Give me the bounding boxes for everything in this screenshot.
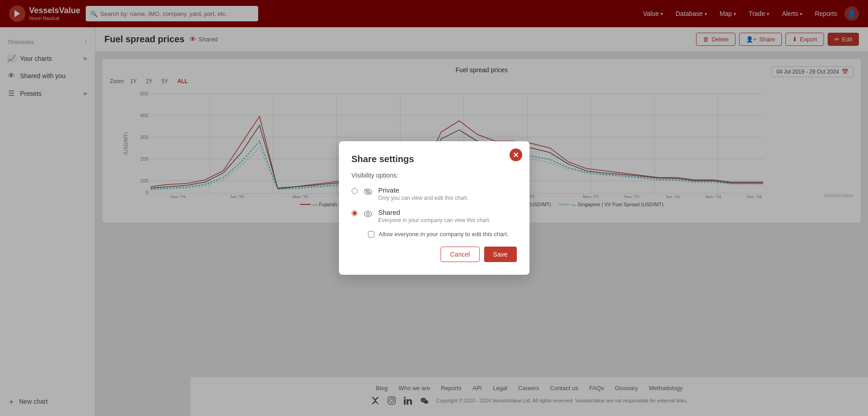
shared-radio[interactable] <box>352 210 358 216</box>
svg-point-45 <box>367 213 369 215</box>
shared-label-modal: Shared <box>378 208 490 216</box>
allow-edit-label: Allow everyone in your company to edit t… <box>379 231 509 238</box>
share-settings-modal: Share settings ✕ Visibility options: Pri… <box>339 141 530 275</box>
svg-point-44 <box>364 211 372 217</box>
private-option[interactable]: Private Only you can view and edit this … <box>352 186 517 201</box>
modal-actions: Cancel Save <box>352 247 517 262</box>
private-option-text: Private Only you can view and edit this … <box>378 186 469 201</box>
private-radio[interactable] <box>352 188 358 194</box>
modal-overlay: Share settings ✕ Visibility options: Pri… <box>0 0 868 416</box>
private-label: Private <box>378 186 469 194</box>
eye-slash-icon <box>363 187 373 198</box>
cancel-button[interactable]: Cancel <box>441 247 480 262</box>
modal-close-button[interactable]: ✕ <box>510 149 522 161</box>
allow-edit-checkbox[interactable] <box>368 231 374 238</box>
modal-title: Share settings <box>352 154 517 164</box>
allow-edit-option[interactable]: Allow everyone in your company to edit t… <box>368 231 517 238</box>
visibility-label: Visibility options: <box>352 172 517 179</box>
shared-option-text: Shared Everyone in your company can view… <box>378 208 490 223</box>
shared-option[interactable]: Shared Everyone in your company can view… <box>352 208 517 223</box>
private-desc: Only you can view and edit this chart. <box>378 195 469 201</box>
shared-desc: Everyone in your company can view this c… <box>378 217 490 223</box>
eye-open-icon <box>363 209 373 220</box>
save-button[interactable]: Save <box>484 247 517 262</box>
